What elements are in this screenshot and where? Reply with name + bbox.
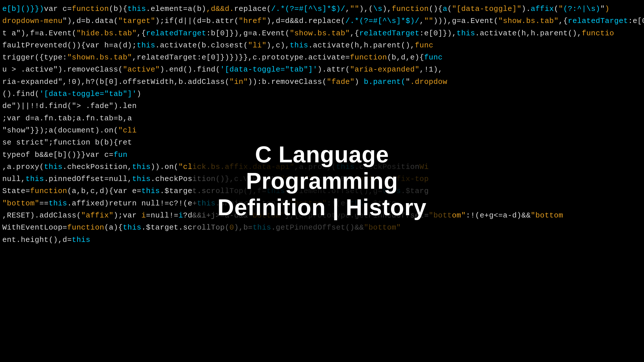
center-overlay: C Language Programming Definition | Hist… — [193, 129, 451, 233]
page-title-line2: Definition | History — [217, 194, 426, 221]
screen: e[b]()}})var c=function(b){this.element=… — [0, 0, 644, 362]
page-title-line1: C Language Programming — [193, 141, 451, 194]
